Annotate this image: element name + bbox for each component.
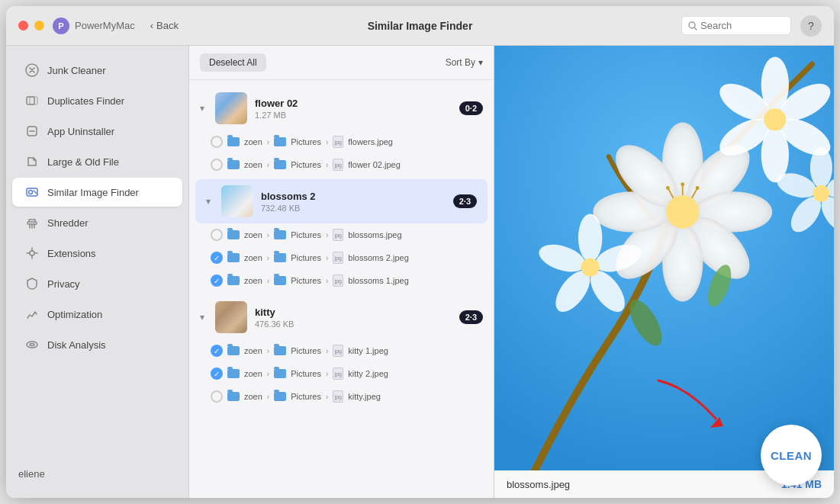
svg-rect-5 — [27, 97, 34, 104]
folder-icon — [274, 230, 286, 239]
sort-chevron-icon: ▾ — [478, 57, 483, 68]
group-size: 732.48 KB — [261, 204, 446, 213]
svg-point-37 — [578, 213, 602, 262]
path-text: zoen — [244, 346, 262, 355]
preview-filename: blossoms.jpeg — [507, 479, 570, 490]
svg-point-36 — [764, 108, 786, 130]
folder-name: Pictures — [291, 276, 321, 285]
filename: kitty 1.jpeg — [348, 346, 388, 355]
file-checkbox[interactable] — [211, 229, 223, 241]
file-checkbox[interactable] — [211, 390, 223, 403]
folder-name: Pictures — [291, 137, 321, 146]
filename: blossoms 2.jpeg — [348, 253, 409, 262]
back-button[interactable]: ‹ Back — [150, 20, 179, 31]
file-checkbox[interactable] — [211, 345, 223, 357]
clean-button[interactable]: CLEAN — [761, 425, 822, 486]
close-button[interactable] — [18, 21, 28, 30]
sidebar-item-similar-image-finder[interactable]: Similar Image Finder — [12, 178, 182, 207]
group-size: 1.27 MB — [255, 111, 452, 120]
file-type-icon: jpg — [333, 229, 343, 241]
search-input[interactable] — [700, 20, 784, 31]
deselect-all-button[interactable]: Deselect All — [200, 53, 266, 72]
sidebar-item-duplicates-finder[interactable]: Duplicates Finder — [12, 86, 182, 115]
path-arrow-icon: › — [267, 254, 269, 262]
file-checkbox[interactable] — [211, 274, 223, 287]
file-type-icon: jpg — [333, 136, 343, 148]
sidebar-item-large-old-file[interactable]: Large & Old File — [12, 147, 182, 176]
sidebar-item-app-uninstaller[interactable]: App Uninstaller — [12, 117, 182, 146]
privacy-icon — [24, 276, 40, 291]
file-checkbox[interactable] — [211, 159, 223, 171]
chevron-icon: ▾ — [200, 312, 204, 323]
file-checkbox[interactable] — [211, 136, 223, 148]
group-badge: 2·3 — [459, 310, 483, 324]
svg-point-11 — [30, 251, 34, 255]
file-list: ▾ flower 02 1.27 MB 0·2 zoen — [189, 80, 494, 498]
path-arrow-icon: › — [267, 138, 269, 146]
sidebar-label-shredder: Shredder — [47, 217, 88, 229]
group-badge: 0·2 — [459, 101, 483, 115]
folder-name: Pictures — [291, 392, 321, 401]
file-type-icon: jpg — [333, 252, 343, 264]
sidebar-item-shredder[interactable]: Shredder — [12, 208, 182, 237]
file-item: zoen › Pictures › jpg flowers.jpeg — [189, 130, 494, 153]
svg-point-13 — [30, 344, 34, 346]
group-header-flower-02[interactable]: ▾ flower 02 1.27 MB 0·2 — [189, 86, 494, 130]
chevron-icon: ▾ — [206, 196, 211, 207]
file-checkbox[interactable] — [211, 252, 223, 264]
folder-icon — [227, 230, 240, 239]
folder-name: Pictures — [291, 253, 321, 262]
group-thumbnail-kitty — [215, 301, 247, 333]
file-item: zoen › Pictures › jpg kitty 2.jpeg — [189, 362, 494, 385]
sidebar-item-optimization[interactable]: Optimization — [12, 300, 182, 329]
sidebar-item-privacy[interactable]: Privacy — [12, 269, 182, 298]
group-name: blossoms 2 — [261, 191, 446, 202]
similar-image-finder-icon — [24, 185, 40, 200]
sidebar-label-privacy: Privacy — [47, 278, 80, 290]
file-group-blossoms-2: ▾ blossoms 2 732.48 KB 2·3 zoen — [189, 179, 494, 292]
filename: blossoms.jpeg — [348, 230, 401, 239]
shredder-icon — [24, 215, 40, 230]
search-box[interactable] — [681, 16, 791, 35]
path-arrow-icon: › — [267, 393, 269, 401]
folder-icon — [227, 392, 240, 401]
path-arrow-icon: › — [326, 161, 328, 169]
sidebar-label-extensions: Extensions — [47, 248, 96, 259]
junk-cleaner-icon — [24, 63, 40, 78]
file-item: zoen › Pictures › jpg kitty.jpeg — [189, 385, 494, 408]
folder-icon — [274, 253, 286, 262]
window-title: Similar Image Finder — [368, 20, 473, 32]
titlebar: P PowerMyMac ‹ Back Similar Image Finder… — [6, 6, 834, 46]
username: eliene — [18, 468, 45, 480]
folder-name: Pictures — [291, 346, 321, 355]
search-icon — [688, 21, 697, 30]
preview-image — [494, 46, 834, 470]
group-header-kitty[interactable]: ▾ kitty 476.36 KB 2·3 — [189, 295, 494, 339]
minimize-button[interactable] — [34, 21, 44, 30]
filename: kitty 2.jpeg — [348, 369, 388, 378]
file-group-kitty: ▾ kitty 476.36 KB 2·3 zoen — [189, 295, 494, 408]
file-panel-header: Deselect All Sort By ▾ — [189, 46, 494, 80]
path-arrow-icon: › — [326, 277, 328, 285]
help-button[interactable]: ? — [800, 15, 822, 37]
sort-label: Sort By — [446, 57, 475, 68]
path-text: zoen — [244, 276, 262, 285]
sidebar-item-disk-analysis[interactable]: Disk Analysis — [12, 330, 182, 359]
group-header-blossoms-2[interactable]: ▾ blossoms 2 732.48 KB 2·3 — [195, 179, 488, 223]
sort-by-button[interactable]: Sort By ▾ — [446, 57, 483, 68]
file-item: zoen › Pictures › jpg blossoms 1.jpeg — [189, 269, 494, 292]
group-size: 476.36 KB — [255, 319, 452, 329]
folder-icon — [274, 369, 286, 378]
folder-icon — [227, 137, 240, 146]
sidebar-item-junk-cleaner[interactable]: Junk Cleaner — [12, 56, 182, 85]
file-type-icon: jpg — [333, 345, 343, 357]
svg-point-42 — [581, 258, 600, 277]
app-name: PowerMyMac — [75, 20, 135, 31]
svg-point-28 — [696, 186, 700, 190]
file-checkbox[interactable] — [211, 368, 223, 380]
path-text: zoen — [244, 230, 262, 239]
path-text: zoen — [244, 392, 262, 401]
sidebar-item-extensions[interactable]: Extensions — [12, 239, 182, 268]
svg-point-48 — [813, 185, 829, 202]
optimization-icon — [24, 307, 40, 322]
